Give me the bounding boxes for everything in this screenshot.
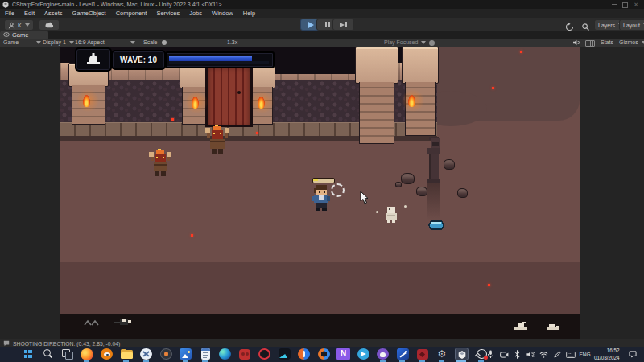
status-message: SHOOTING DIRECTION: (0.43, 2.85, -0.04)	[13, 341, 120, 347]
medal-app-icon[interactable]	[159, 348, 173, 360]
layers-label: Layers	[598, 23, 615, 28]
camera-icon[interactable]	[499, 350, 509, 360]
speaker-icon	[572, 39, 580, 46]
torch-flame-icon	[258, 97, 265, 109]
notepad-icon[interactable]	[199, 348, 213, 360]
game-mode-label: Game	[3, 39, 19, 47]
touch-keyboard-icon[interactable]	[566, 350, 576, 360]
wave-counter: WAVE: 10	[120, 56, 157, 64]
focus-mode-dropdown[interactable]: Play Focused	[384, 39, 426, 47]
edge-browser-icon[interactable]	[218, 348, 232, 360]
display-dropdown[interactable]: Display 1	[43, 39, 74, 47]
layout-dropdown[interactable]: Layout	[619, 19, 644, 31]
bluetooth-icon[interactable]	[513, 350, 522, 360]
ember-particle	[171, 118, 174, 121]
maximize-button[interactable]	[622, 2, 628, 8]
snipping-tool-icon[interactable]	[139, 348, 153, 360]
menu-window[interactable]: Window	[207, 9, 238, 18]
aspect-dropdown[interactable]: 16:9 Aspect	[75, 39, 135, 47]
photo-editor-icon[interactable]	[396, 348, 410, 360]
unity-editor-taskbar-icon[interactable]	[455, 348, 469, 360]
ember-particle	[191, 234, 193, 237]
bottom-dark-band	[60, 314, 580, 339]
castle-interior-dark	[271, 47, 357, 74]
xbox-game-bar-icon[interactable]	[238, 348, 252, 360]
scale-value: 1.3x	[227, 39, 237, 47]
bone-pile-sprite	[546, 321, 561, 331]
scale-label: Scale	[143, 39, 158, 47]
windows-taskbar: ENG 16:52 01/03/2024	[0, 347, 644, 362]
github-desktop-icon[interactable]	[376, 348, 390, 360]
door-handle	[237, 91, 241, 94]
vsync-icon[interactable]	[585, 40, 595, 47]
chevron-down-icon	[130, 41, 135, 44]
ember-particle	[492, 87, 494, 89]
console-message-icon	[3, 340, 10, 347]
scale-slider-track[interactable]	[161, 43, 222, 43]
rat-sprite	[114, 317, 131, 328]
volume-icon[interactable]	[526, 350, 535, 360]
menu-file[interactable]: File	[0, 9, 19, 18]
settings-gear-icon[interactable]	[436, 348, 449, 360]
close-button[interactable]: ✕	[634, 2, 638, 8]
blender-icon[interactable]	[100, 348, 114, 360]
red-app-icon[interactable]	[415, 348, 429, 360]
firefox-icon[interactable]	[80, 348, 94, 360]
menu-help[interactable]: Help	[238, 9, 260, 18]
task-view-icon[interactable]	[60, 348, 74, 360]
layout-label: Layout	[623, 23, 640, 28]
menu-gameobject[interactable]: GameObject	[68, 9, 111, 18]
photos-icon[interactable]	[179, 348, 192, 360]
voicemod-icon[interactable]	[297, 348, 311, 360]
bone-fragment	[376, 211, 378, 213]
menu-edit[interactable]: Edit	[19, 9, 39, 18]
notifications-icon[interactable]	[628, 350, 638, 360]
game-view-icon	[3, 32, 10, 37]
language-indicator[interactable]: ENG	[579, 352, 590, 357]
cloud-services-button[interactable]	[39, 19, 60, 31]
game-viewport[interactable]: WAVE: 10	[60, 47, 580, 339]
weapon-charge-tip	[313, 179, 318, 181]
ground-dark-band	[60, 262, 580, 314]
tab-game[interactable]: Game	[0, 31, 48, 39]
menu-jobs[interactable]: Jobs	[184, 9, 207, 18]
menu-component[interactable]: Component	[111, 9, 152, 18]
account-button[interactable]: K	[4, 19, 34, 31]
scale-slider-handle[interactable]	[162, 40, 167, 45]
microphone-icon[interactable]	[486, 350, 496, 360]
windows-start-icon[interactable]	[21, 348, 35, 360]
mute-audio-button[interactable]	[572, 39, 580, 47]
step-icon-bar	[345, 22, 347, 27]
minimize-button[interactable]	[612, 4, 617, 5]
aim-crosshair-icon	[331, 183, 345, 197]
clock[interactable]: 16:52 01/03/2024	[594, 348, 620, 361]
audio-disc-icon[interactable]	[317, 348, 331, 360]
menu-services[interactable]: Services	[151, 9, 184, 18]
rock	[401, 173, 415, 184]
wifi-icon[interactable]	[539, 350, 549, 360]
notion-icon[interactable]	[336, 348, 350, 360]
wall-pillar-tall	[359, 82, 394, 144]
ember-particle	[520, 51, 522, 53]
main-toolbar: K Layers Layout	[0, 18, 644, 31]
pen-icon[interactable]	[552, 350, 562, 360]
media-player-shark-icon[interactable]	[278, 348, 291, 360]
bone-pile-sprite	[513, 320, 529, 331]
gizmos-dropdown[interactable]: Gizmos	[619, 39, 644, 47]
step-button[interactable]	[332, 19, 354, 31]
file-explorer-icon[interactable]	[120, 348, 134, 360]
menu-assets[interactable]: Assets	[39, 9, 68, 18]
chevron-down-icon	[25, 23, 30, 27]
tab-game-label: Game	[12, 31, 28, 39]
search-icon[interactable]	[41, 348, 55, 360]
game-mode-dropdown[interactable]: Game	[3, 39, 41, 47]
step-icon	[340, 23, 345, 27]
stats-toggle[interactable]: Stats	[601, 39, 613, 47]
opera-gx-icon[interactable]	[258, 348, 271, 360]
statue-sprite	[424, 137, 444, 183]
tray-expand-icon[interactable]	[473, 350, 482, 360]
screenshot-icon[interactable]	[429, 40, 435, 46]
telegram-icon[interactable]	[357, 348, 370, 360]
ember-particle	[488, 284, 490, 286]
wall-pillar	[180, 65, 208, 88]
